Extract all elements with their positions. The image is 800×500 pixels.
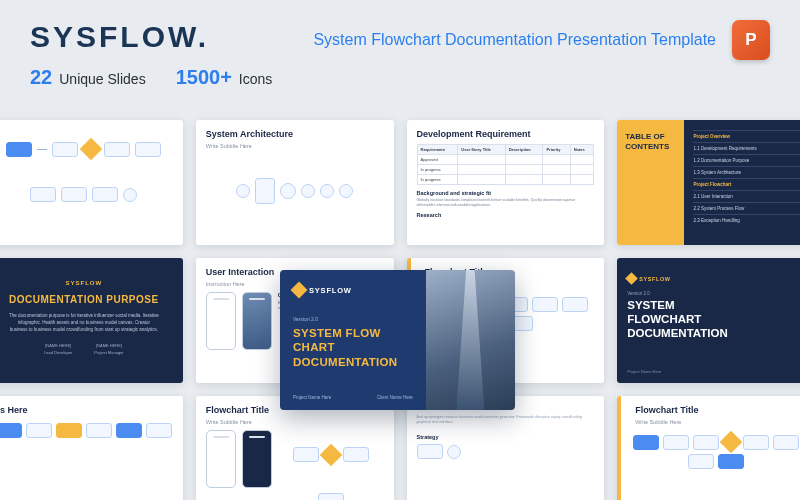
phone-mockup-icon: [206, 430, 236, 488]
col-header: User Story Title: [458, 145, 505, 155]
flow-terminal-icon: [123, 188, 137, 202]
powerpoint-icon: P: [732, 20, 770, 60]
logo-mark-icon: [291, 282, 308, 299]
toc-list: Project Overview 1.1 Development Require…: [684, 120, 800, 245]
logo-mark-icon: [625, 272, 638, 285]
toc-item: Project Flowchart: [693, 178, 800, 190]
col-header: Priority: [543, 145, 570, 155]
signature: [NAME HERE] Project Manager: [94, 343, 123, 356]
slide-body: The documentation purpose is for iterati…: [0, 313, 173, 333]
footer-left: Project Name Here: [293, 395, 331, 400]
hero-image: [426, 270, 515, 410]
flow-node: [773, 435, 799, 450]
toc-item: Project Overview: [693, 130, 800, 142]
sig-name: [NAME HERE]: [44, 343, 72, 349]
stat-icons: 1500+ Icons: [176, 66, 273, 89]
toc-layout: TABLE OF CONTENTS Project Overview 1.1 D…: [617, 120, 800, 245]
version-label: Version 2.0: [293, 316, 413, 322]
requirements-table: Requirement User Story Title Description…: [417, 144, 595, 185]
toc-item: 2.2 System Process Flow: [693, 202, 800, 214]
flowchart-diagram: [0, 419, 173, 438]
slide-title: ss Here: [0, 405, 173, 415]
product-logo: SYSFLOW.: [30, 20, 272, 54]
col-header: Requirement: [417, 145, 458, 155]
sig-name: [NAME HERE]: [94, 343, 123, 349]
hero-logo: SYSFLOW: [293, 284, 413, 296]
phone-mockup-icon: [206, 292, 236, 350]
flow-node: [61, 187, 87, 202]
flow-row: [206, 430, 384, 500]
slide-flow-basic: [0, 120, 183, 245]
slide-dev-requirement: Development Requirement Requirement User…: [407, 120, 605, 245]
flow-node: [92, 187, 118, 202]
flow-node: [663, 435, 689, 450]
phone-mockup-icon: [242, 430, 272, 488]
slide-system-architecture: System Architecture Write Subtitle Here: [196, 120, 394, 245]
cloud-icon: [301, 184, 315, 198]
decision-icon: [720, 431, 743, 454]
stat-icons-label: Icons: [239, 71, 272, 87]
flow-node: [104, 142, 130, 157]
slide-doc-purpose: SYSFLOW DOCUMENTATION PURPOSE The docume…: [0, 258, 183, 383]
page-subtitle: System Flowchart Documentation Presentat…: [313, 31, 716, 49]
architecture-diagram: [206, 154, 384, 229]
stat-slides-count: 22: [30, 66, 52, 89]
flow-node: [417, 444, 443, 459]
section-body: Globally incubate standards compliant ch…: [417, 198, 595, 207]
logo-text: SYSFLOW: [309, 286, 352, 295]
toc-title: TABLE OF CONTENTS: [625, 132, 676, 151]
stats-row: 22 Unique Slides 1500+ Icons: [30, 66, 272, 89]
hero-left-panel: SYSFLOW Version 2.0 SYSTEM FLOW CHART DO…: [280, 270, 426, 410]
flow-node: [30, 187, 56, 202]
flow-node: [52, 142, 78, 157]
col-header: Description: [505, 145, 543, 155]
toc-item: 1.1 Development Requirements: [693, 142, 800, 154]
slide-title: Flowchart Title: [635, 405, 800, 415]
decision-icon: [319, 444, 342, 467]
database-icon: [280, 183, 296, 199]
slide-title: SYSTEM FLOWCHART DOCUMENTATION: [627, 299, 800, 340]
decision-icon: [80, 138, 103, 161]
slide-footer: Project Name Here: [627, 369, 661, 374]
hero-cover-slide: SYSFLOW Version 2.0 SYSTEM FLOW CHART DO…: [280, 270, 515, 410]
slide-text-block: And up synergies resource business model…: [407, 396, 605, 500]
slide-flowchart-b: Flowchart Title Write Subtitle Here: [196, 396, 394, 500]
cell: In progress: [417, 165, 458, 175]
toc-left-panel: TABLE OF CONTENTS: [617, 120, 684, 245]
flow-node: [135, 142, 161, 157]
flow-node: [0, 423, 22, 438]
server-icon: [255, 178, 275, 204]
col-header: Notes: [570, 145, 594, 155]
flow-terminal-icon: [447, 445, 461, 459]
accent-stripe: [617, 396, 621, 500]
slide-logo: SYSFLOW: [627, 274, 800, 283]
table-row: In progress: [417, 175, 594, 185]
table-header-row: Requirement User Story Title Description…: [417, 145, 594, 155]
version-label: Version 2.0: [627, 291, 800, 296]
toc-item: 1.2 Documentation Purpose: [693, 154, 800, 166]
header-left: SYSFLOW. 22 Unique Slides 1500+ Icons: [30, 20, 272, 89]
slide-subtitle: Write Subtitle Here: [206, 143, 384, 149]
cell: Approved: [417, 155, 458, 165]
flow-node: [86, 423, 112, 438]
flow-node: [116, 423, 142, 438]
slide-toc: TABLE OF CONTENTS Project Overview 1.1 D…: [617, 120, 800, 245]
flow-node: [688, 454, 714, 469]
flow-node: [343, 447, 369, 462]
sig-role: Project Manager: [94, 350, 123, 356]
slide-flowchart-partial: ss Here: [0, 396, 183, 500]
sig-role: Lead Developer: [44, 350, 72, 356]
slide-title: Development Requirement: [417, 129, 595, 139]
node-icon: [236, 184, 250, 198]
flowchart-diagram: [278, 430, 384, 500]
table-row: In progress: [417, 165, 594, 175]
slide-subtitle: Write Subtitle Here: [206, 419, 384, 425]
flow-node: [693, 435, 719, 450]
gear-icon: [339, 184, 353, 198]
flow-node: [146, 423, 172, 438]
flow-node: [562, 297, 588, 312]
section-heading: Background and strategic fit: [417, 190, 595, 196]
stat-slides-label: Unique Slides: [59, 71, 145, 87]
logo-text: SYSFLOW: [639, 276, 670, 282]
flow-node: [633, 435, 659, 450]
